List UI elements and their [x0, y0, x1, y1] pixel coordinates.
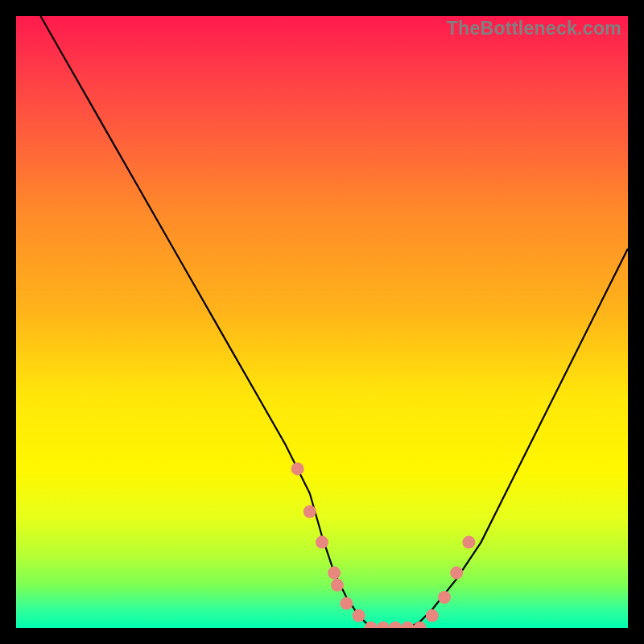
- highlight-dot: [340, 597, 353, 610]
- highlight-dot: [450, 567, 463, 580]
- highlight-dot: [328, 567, 341, 580]
- highlight-dot: [316, 536, 328, 549]
- chart-frame: TheBottleneck.com: [0, 0, 644, 644]
- highlight-dot: [426, 609, 439, 622]
- highlight-dot: [462, 536, 475, 549]
- highlight-dot: [303, 506, 316, 518]
- highlight-dot: [331, 579, 344, 592]
- bottleneck-curve-svg: [16, 16, 628, 628]
- highlight-dot: [291, 462, 304, 475]
- highlight-dot: [414, 621, 427, 628]
- highlight-dot: [401, 621, 414, 628]
- plot-area: TheBottleneck.com: [16, 16, 628, 628]
- highlight-dots: [291, 462, 476, 628]
- bottleneck-curve: [40, 16, 628, 628]
- highlight-dot: [438, 591, 451, 604]
- highlight-dot: [377, 621, 390, 628]
- highlight-dot: [389, 621, 402, 628]
- highlight-dot: [353, 609, 365, 622]
